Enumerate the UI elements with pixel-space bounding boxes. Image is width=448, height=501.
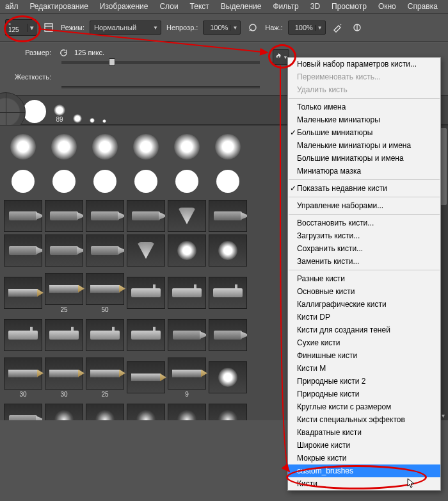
menu-view[interactable]: Просмотр	[332, 2, 367, 11]
context-menu-item[interactable]: Широкие кисти	[288, 439, 440, 452]
brush-thumbnail[interactable]	[3, 402, 44, 420]
context-menu-item[interactable]: custom_brushes	[288, 464, 440, 477]
brush-thumbnail[interactable]	[166, 402, 207, 420]
context-menu-item[interactable]: Показать недавние кисти	[288, 182, 440, 195]
brush-thumbnail[interactable]	[84, 318, 125, 352]
brush-thumbnail[interactable]	[166, 199, 207, 233]
context-menu-item[interactable]: Заменить кисти...	[288, 255, 440, 268]
menu-filter[interactable]: Фильтр	[273, 2, 298, 11]
brush-thumbnail[interactable]	[84, 402, 125, 420]
brush-thumbnail[interactable]	[207, 352, 248, 402]
context-menu-item[interactable]: Разные кисти	[288, 272, 440, 285]
context-menu-item[interactable]: Маленькие миниатюры и имена	[288, 139, 440, 152]
brush-thumbnail[interactable]	[207, 199, 248, 233]
menu-select[interactable]: Выделение	[221, 2, 262, 11]
brush-thumbnail[interactable]	[166, 318, 207, 352]
brush-thumbnail[interactable]	[84, 129, 125, 164]
menu-file[interactable]: айл	[5, 2, 18, 11]
brush-thumbnail[interactable]: 25	[84, 352, 125, 402]
brush-thumbnail[interactable]	[125, 199, 166, 233]
context-menu-item[interactable]: Кисти	[288, 477, 440, 490]
brush-thumbnail[interactable]	[207, 129, 248, 164]
brush-thumbnail[interactable]	[207, 233, 248, 268]
opacity-input[interactable]: 100%▼	[203, 21, 241, 35]
context-menu-item[interactable]: Мокрые кисти	[288, 452, 440, 464]
brush-thumbnail[interactable]: 30	[44, 352, 84, 402]
context-menu-item[interactable]: Сохранить кисти...	[288, 242, 440, 255]
brush-thumbnail[interactable]	[125, 164, 166, 199]
brush-thumbnail[interactable]	[44, 233, 84, 268]
brush-thumbnail[interactable]	[44, 199, 84, 233]
recent-brush[interactable]	[73, 114, 82, 123]
context-menu-item[interactable]: Круглые кисти с размером	[288, 400, 440, 413]
brush-thumbnail[interactable]: 30	[3, 352, 44, 402]
context-menu-item[interactable]: Квадратные кисти	[288, 426, 440, 439]
context-menu-item[interactable]: Основные кисти	[288, 285, 440, 298]
brush-panel-toggle-icon[interactable]	[42, 21, 56, 35]
context-menu-item[interactable]: Природные кисти 2	[288, 375, 440, 388]
context-menu-item[interactable]: Большие миниатюры	[288, 126, 440, 139]
recent-brush[interactable]: 89	[54, 104, 65, 123]
context-menu-item[interactable]: Природные кисти	[288, 388, 440, 400]
brush-thumbnail[interactable]	[125, 402, 166, 420]
context-menu-item[interactable]: Только имена	[288, 101, 440, 113]
brush-thumbnail[interactable]	[166, 233, 207, 268]
brush-thumbnail[interactable]	[84, 164, 125, 199]
brush-thumbnail[interactable]	[207, 164, 248, 199]
brush-thumbnail[interactable]	[166, 129, 207, 164]
brush-thumbnail[interactable]	[44, 318, 84, 352]
brush-thumbnail[interactable]	[3, 164, 44, 199]
brush-thumbnail[interactable]	[84, 233, 125, 268]
airbrush-icon[interactable]	[331, 21, 345, 35]
brush-thumbnail[interactable]	[84, 199, 125, 233]
menu-help[interactable]: Справка	[408, 2, 438, 11]
menu-3d[interactable]: 3D	[310, 2, 320, 11]
brush-preset-dropdown[interactable]: ×125 ▾	[5, 19, 36, 36]
brush-thumbnail[interactable]	[3, 268, 44, 318]
context-menu-item[interactable]: Сухие кисти	[288, 336, 440, 349]
recent-brush[interactable]	[90, 118, 95, 123]
context-menu-item[interactable]: Загрузить кисти...	[288, 229, 440, 242]
context-menu-item[interactable]: Миниатюра мазка	[288, 165, 440, 177]
brush-thumbnail[interactable]: 9	[166, 352, 207, 402]
tablet-size-icon[interactable]	[350, 21, 364, 35]
brush-thumbnail[interactable]	[125, 352, 166, 402]
recent-brush[interactable]	[102, 119, 106, 123]
flow-input[interactable]: 100%▼	[288, 21, 326, 35]
context-menu-item[interactable]: Кисти M	[288, 362, 440, 375]
brush-thumbnail[interactable]	[3, 199, 44, 233]
brush-thumbnail[interactable]: 50	[84, 268, 125, 318]
context-menu-item[interactable]: Восстановить кисти...	[288, 217, 440, 229]
brush-thumbnail[interactable]	[3, 233, 44, 268]
brush-thumbnail[interactable]	[207, 318, 248, 352]
context-menu-item[interactable]: Большие миниатюры и имена	[288, 152, 440, 165]
brush-thumbnail[interactable]	[166, 268, 207, 318]
brush-thumbnail[interactable]	[44, 129, 84, 164]
size-value[interactable]: 125 пикс.	[74, 49, 110, 56]
brush-thumbnail[interactable]	[3, 129, 44, 164]
brush-thumbnail[interactable]	[207, 268, 248, 318]
context-menu-item[interactable]: Финишные кисти	[288, 349, 440, 362]
brush-thumbnail[interactable]	[44, 164, 84, 199]
brush-thumbnail[interactable]	[125, 318, 166, 352]
hardness-slider[interactable]	[61, 82, 260, 91]
brush-thumbnail[interactable]	[44, 402, 84, 420]
tablet-opacity-icon[interactable]	[246, 21, 260, 35]
context-menu-item[interactable]: Новый набор параметров кисти...	[288, 58, 440, 70]
menu-text[interactable]: Текст	[190, 2, 209, 11]
blend-mode-select[interactable]: Нормальный▼	[90, 21, 161, 35]
brush-thumbnail[interactable]: 25	[44, 268, 84, 318]
context-menu-item[interactable]: Управление наборами...	[288, 199, 440, 212]
brush-thumbnail[interactable]	[125, 233, 166, 268]
context-menu-item[interactable]: Маленькие миниатюры	[288, 113, 440, 126]
menu-image[interactable]: Изображение	[100, 2, 148, 11]
brush-thumbnail[interactable]	[3, 318, 44, 352]
brush-thumbnail[interactable]	[125, 268, 166, 318]
context-menu-item[interactable]: Кисти специальных эффектов	[288, 413, 440, 426]
context-menu-item[interactable]: Кисти DP	[288, 311, 440, 324]
menu-edit[interactable]: Редактирование	[29, 2, 88, 11]
context-menu-item[interactable]: Кисти для создания теней	[288, 324, 440, 336]
menu-window[interactable]: Окно	[378, 2, 396, 11]
context-menu-item[interactable]: Каллиграфические кисти	[288, 298, 440, 311]
menu-layers[interactable]: Слои	[159, 2, 178, 11]
